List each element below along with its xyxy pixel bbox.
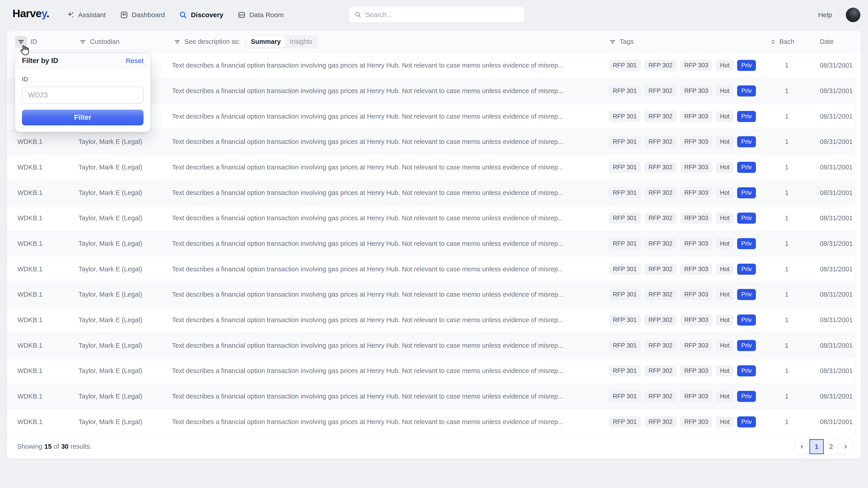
tag-pill[interactable]: RFP 301 bbox=[609, 111, 641, 122]
table-row[interactable]: WDKB.1 Taylor, Mark E (Legal) Text descr… bbox=[7, 231, 855, 257]
tag-pill[interactable]: Hot bbox=[716, 416, 734, 427]
tag-pill[interactable]: Hot bbox=[716, 86, 734, 96]
tag-pill[interactable]: RFP 301 bbox=[609, 264, 641, 275]
help-button[interactable]: Help bbox=[818, 11, 832, 19]
sort-batch-button[interactable] bbox=[770, 39, 776, 45]
table-row[interactable]: WDKB.1 Taylor, Mark E (Legal) Text descr… bbox=[7, 256, 855, 282]
tag-pill[interactable]: Hot bbox=[716, 391, 734, 402]
privilege-tag-pill[interactable]: Priv bbox=[737, 289, 756, 300]
tag-pill[interactable]: RFP 301 bbox=[609, 365, 641, 377]
tag-pill[interactable]: Hot bbox=[716, 238, 734, 249]
tag-pill[interactable]: RFP 302 bbox=[645, 238, 677, 249]
tag-pill[interactable]: Hot bbox=[716, 365, 734, 377]
tag-pill[interactable]: RFP 303 bbox=[680, 264, 712, 275]
tag-pill[interactable]: RFP 303 bbox=[680, 86, 712, 96]
tag-pill[interactable]: RFP 301 bbox=[609, 213, 641, 224]
reset-link[interactable]: Reset bbox=[126, 57, 144, 65]
tag-pill[interactable]: Hot bbox=[716, 187, 734, 198]
tag-pill[interactable]: RFP 302 bbox=[645, 86, 677, 96]
privilege-tag-pill[interactable]: Priv bbox=[737, 187, 756, 198]
privilege-tag-pill[interactable]: Priv bbox=[737, 111, 756, 122]
tag-pill[interactable]: RFP 303 bbox=[680, 111, 712, 122]
tag-pill[interactable]: RFP 303 bbox=[680, 315, 712, 326]
tag-pill[interactable]: RFP 302 bbox=[645, 162, 677, 173]
privilege-tag-pill[interactable]: Priv bbox=[737, 86, 756, 96]
nav-data-room[interactable]: Data Room bbox=[237, 11, 284, 19]
tag-pill[interactable]: RFP 302 bbox=[645, 340, 677, 351]
tag-pill[interactable]: RFP 301 bbox=[609, 391, 641, 402]
table-row[interactable]: WDKB.1 Taylor, Mark E (Legal) Text descr… bbox=[7, 384, 855, 410]
privilege-tag-pill[interactable]: Priv bbox=[737, 365, 756, 377]
tag-pill[interactable]: RFP 301 bbox=[609, 60, 641, 71]
toggle-insights[interactable]: Insights bbox=[285, 36, 317, 47]
tag-pill[interactable]: Hot bbox=[716, 213, 734, 224]
tag-pill[interactable]: Hot bbox=[716, 111, 734, 122]
tag-pill[interactable]: RFP 302 bbox=[645, 187, 677, 198]
tag-pill[interactable]: RFP 302 bbox=[645, 315, 677, 326]
privilege-tag-pill[interactable]: Priv bbox=[737, 60, 756, 71]
tag-pill[interactable]: RFP 301 bbox=[609, 187, 641, 198]
global-search-box[interactable] bbox=[349, 6, 525, 23]
tag-pill[interactable]: RFP 302 bbox=[645, 136, 677, 147]
tag-pill[interactable]: Hot bbox=[716, 289, 734, 300]
table-row[interactable]: WDKB.1 Taylor, Mark E (Legal) Text descr… bbox=[7, 333, 855, 358]
harvey-logo[interactable]: Harvey. bbox=[12, 7, 49, 20]
user-avatar[interactable] bbox=[846, 8, 860, 22]
tag-pill[interactable]: RFP 303 bbox=[680, 391, 712, 402]
table-row[interactable]: WDKB.1 Taylor, Mark E (Legal) Text descr… bbox=[7, 358, 855, 384]
tag-pill[interactable]: RFP 303 bbox=[680, 213, 712, 224]
tag-pill[interactable]: Hot bbox=[716, 162, 734, 173]
privilege-tag-pill[interactable]: Priv bbox=[737, 213, 756, 224]
nav-discovery[interactable]: Discovery bbox=[179, 11, 223, 19]
table-row[interactable]: WDKB.1 Taylor, Mark E (Legal) Text descr… bbox=[7, 155, 855, 180]
tag-pill[interactable]: RFP 303 bbox=[680, 238, 712, 249]
privilege-tag-pill[interactable]: Priv bbox=[737, 315, 756, 326]
table-row[interactable]: WDKB.1 Taylor, Mark E (Legal) Text descr… bbox=[7, 180, 855, 205]
privilege-tag-pill[interactable]: Priv bbox=[737, 264, 756, 275]
search-input[interactable] bbox=[365, 11, 519, 19]
tag-pill[interactable]: RFP 301 bbox=[609, 416, 641, 427]
tag-pill[interactable]: RFP 302 bbox=[645, 60, 677, 71]
tag-pill[interactable]: RFP 303 bbox=[680, 340, 712, 351]
nav-assistant[interactable]: Assistant bbox=[66, 11, 106, 19]
tag-pill[interactable]: RFP 301 bbox=[609, 238, 641, 249]
tag-pill[interactable]: Hot bbox=[716, 136, 734, 147]
table-row[interactable]: WDKB.1 Taylor, Mark E (Legal) Text descr… bbox=[7, 205, 855, 231]
privilege-tag-pill[interactable]: Priv bbox=[737, 136, 756, 147]
tag-pill[interactable]: RFP 302 bbox=[645, 264, 677, 275]
privilege-tag-pill[interactable]: Priv bbox=[737, 162, 756, 173]
filter-apply-button[interactable]: Filter bbox=[22, 109, 144, 125]
tag-pill[interactable]: RFP 303 bbox=[680, 187, 712, 198]
tag-pill[interactable]: RFP 301 bbox=[609, 289, 641, 300]
filter-tags-button[interactable] bbox=[609, 38, 616, 46]
tag-pill[interactable]: RFP 303 bbox=[680, 60, 712, 71]
tag-pill[interactable]: RFP 303 bbox=[680, 162, 712, 173]
tag-pill[interactable]: RFP 301 bbox=[609, 136, 641, 147]
next-page-button[interactable] bbox=[838, 439, 852, 454]
tag-pill[interactable]: RFP 302 bbox=[645, 365, 677, 377]
table-row[interactable]: WDKB.1 Taylor, Mark E (Legal) Text descr… bbox=[7, 409, 855, 435]
page-1-button[interactable]: 1 bbox=[809, 439, 824, 454]
tag-pill[interactable]: Hot bbox=[716, 60, 734, 71]
tag-pill[interactable]: RFP 303 bbox=[680, 365, 712, 377]
tag-pill[interactable]: RFP 302 bbox=[645, 416, 677, 427]
privilege-tag-pill[interactable]: Priv bbox=[737, 238, 756, 249]
filter-description-button[interactable] bbox=[174, 38, 181, 46]
privilege-tag-pill[interactable]: Priv bbox=[737, 416, 756, 427]
toggle-summary[interactable]: Summary bbox=[246, 36, 285, 47]
tag-pill[interactable]: RFP 303 bbox=[680, 289, 712, 300]
tag-pill[interactable]: RFP 302 bbox=[645, 213, 677, 224]
table-row[interactable]: WDKB.1 Taylor, Mark E (Legal) Text descr… bbox=[7, 129, 855, 155]
tag-pill[interactable]: RFP 301 bbox=[609, 86, 641, 96]
tag-pill[interactable]: Hot bbox=[716, 315, 734, 326]
tag-pill[interactable]: Hot bbox=[716, 340, 734, 351]
table-row[interactable]: WDKB.1 Taylor, Mark E (Legal) Text descr… bbox=[7, 307, 855, 333]
tag-pill[interactable]: RFP 303 bbox=[680, 136, 712, 147]
tag-pill[interactable]: RFP 301 bbox=[609, 162, 641, 173]
prev-page-button[interactable] bbox=[795, 439, 809, 454]
tag-pill[interactable]: RFP 302 bbox=[645, 289, 677, 300]
tag-pill[interactable]: RFP 302 bbox=[645, 391, 677, 402]
tag-pill[interactable]: Hot bbox=[716, 264, 734, 275]
filter-custodian-button[interactable] bbox=[79, 38, 87, 46]
privilege-tag-pill[interactable]: Priv bbox=[737, 391, 756, 402]
